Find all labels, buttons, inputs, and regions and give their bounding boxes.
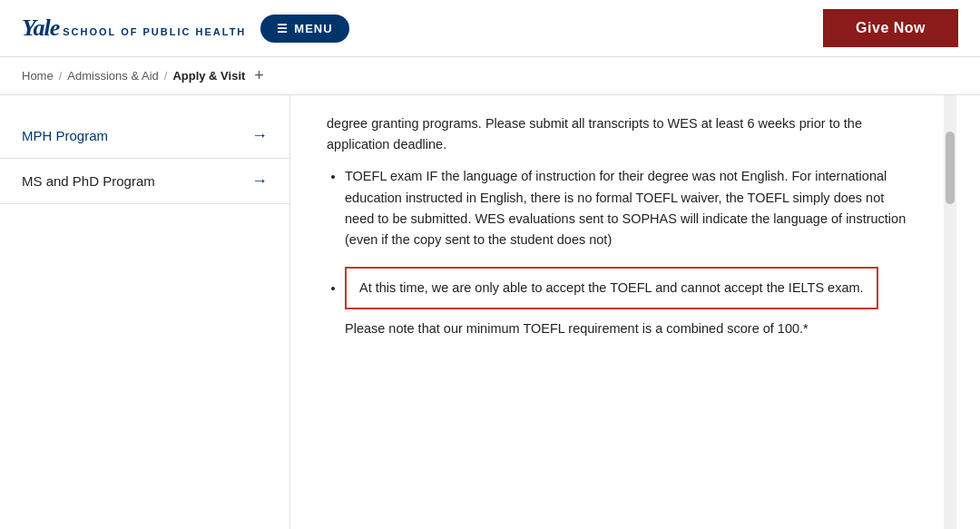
hamburger-icon: ☰: [277, 22, 289, 35]
breadcrumb-sep1: /: [59, 69, 63, 83]
arrow-icon: →: [251, 126, 268, 145]
toefl-bullet: TOEFL exam IF the language of instructio…: [345, 166, 907, 250]
breadcrumb-sep2: /: [164, 69, 168, 83]
main-content: degree granting programs. Please submit …: [290, 95, 944, 529]
sidebar-item-mph[interactable]: MPH Program →: [0, 113, 289, 159]
menu-label: MENU: [294, 22, 332, 35]
sidebar-mph-label: MPH Program: [22, 128, 108, 143]
ielts-bullet: At this time, we are only able to accept…: [345, 267, 907, 339]
yale-logo: Yale School of Public Health: [22, 15, 246, 42]
sidebar-ms-phd-label: MS and PhD Program: [22, 173, 155, 189]
breadcrumb: Home / Admissions & Aid / Apply & Visit …: [0, 57, 980, 95]
breadcrumb-current: Apply & Visit: [172, 69, 245, 83]
arrow-icon-2: →: [251, 171, 268, 191]
give-now-button[interactable]: Give Now: [823, 9, 958, 47]
scrollbar-track[interactable]: [944, 95, 956, 529]
sidebar-item-ms-phd[interactable]: MS and PhD Program →: [0, 159, 289, 204]
header-left: Yale School of Public Health ☰ MENU: [22, 15, 349, 43]
highlighted-notice: At this time, we are only able to accept…: [345, 267, 878, 309]
menu-button[interactable]: ☰ MENU: [260, 15, 348, 43]
scrollbar-thumb[interactable]: [946, 132, 955, 204]
site-header: Yale School of Public Health ☰ MENU Give…: [0, 0, 980, 57]
sidebar: MPH Program → MS and PhD Program →: [0, 95, 290, 529]
breadcrumb-home[interactable]: Home: [22, 69, 54, 83]
main-layout: MPH Program → MS and PhD Program → degre…: [0, 95, 980, 529]
add-tab-button[interactable]: +: [254, 66, 264, 85]
yale-wordmark: Yale: [22, 15, 59, 42]
intro-text: degree granting programs. Please submit …: [327, 113, 907, 155]
requirements-list: TOEFL exam IF the language of instructio…: [345, 166, 907, 339]
breadcrumb-admissions[interactable]: Admissions & Aid: [67, 69, 158, 83]
note-text: Please note that our minimum TOEFL requi…: [345, 321, 808, 336]
school-name: School of Public Health: [63, 26, 246, 37]
